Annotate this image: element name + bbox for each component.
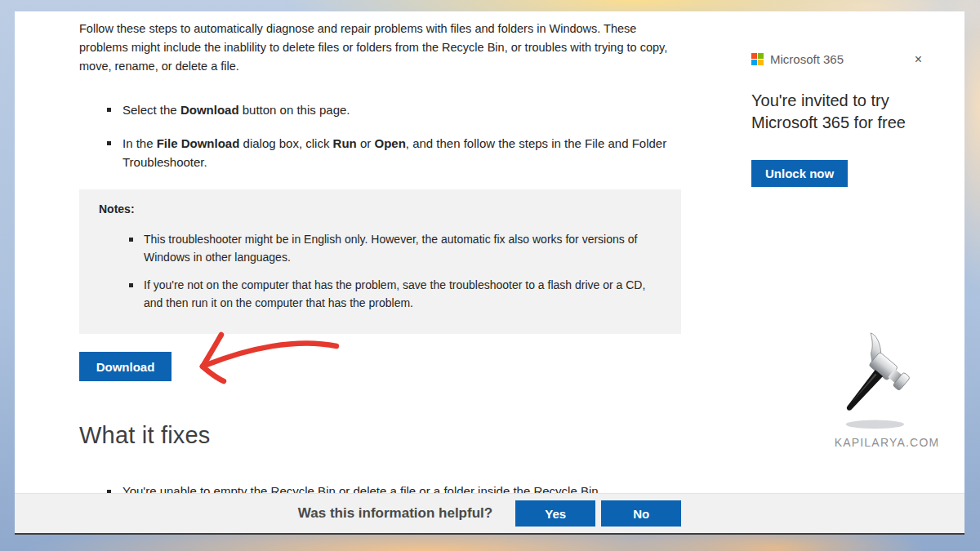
note-item: If you're not on the computer that has t… <box>129 277 662 312</box>
intro-paragraph: Follow these steps to automatically diag… <box>79 18 685 76</box>
download-row: Download <box>79 352 685 381</box>
bullet-icon <box>129 283 133 287</box>
step-item-text: In the File Download dialog box, click R… <box>122 134 685 171</box>
note-item: This troubleshooter might be in English … <box>129 231 662 266</box>
hammer-icon <box>839 331 935 431</box>
microsoft-365-ad: Microsoft 365 × You're invited to try Mi… <box>751 52 924 187</box>
bullet-icon <box>129 238 133 242</box>
steps-list: Select the Download button on this page.… <box>79 100 685 171</box>
bullet-icon <box>107 108 111 112</box>
what-it-fixes-heading: What it fixes <box>79 422 685 449</box>
article-body: Follow these steps to automatically diag… <box>79 18 685 500</box>
step-item-text: Select the Download button on this page. <box>122 100 350 119</box>
step-item: Select the Download button on this page. <box>107 100 685 119</box>
bullet-icon <box>107 141 111 145</box>
close-icon[interactable]: × <box>915 53 922 66</box>
microsoft-logo-icon <box>751 53 764 65</box>
feedback-question: Was this information helpful? <box>298 505 492 522</box>
watermark-block: KAPILARYA.COM <box>819 331 955 449</box>
notes-list: This troubleshooter might be in English … <box>99 231 662 312</box>
unlock-now-button[interactable]: Unlock now <box>751 160 848 187</box>
notes-label: Notes: <box>99 202 662 216</box>
ad-header: Microsoft 365 × <box>751 52 924 66</box>
watermark-site-label: KAPILARYA.COM <box>819 436 955 449</box>
feedback-no-button[interactable]: No <box>601 500 681 527</box>
note-item-text: This troubleshooter might be in English … <box>144 231 662 266</box>
step-item: In the File Download dialog box, click R… <box>107 134 685 171</box>
feedback-bar: Was this information helpful? Yes No <box>15 493 964 533</box>
ad-headline: You're invited to try Microsoft 365 for … <box>751 90 924 133</box>
feedback-yes-button[interactable]: Yes <box>515 500 595 527</box>
notes-box: Notes: This troubleshooter might be in E… <box>79 189 681 334</box>
download-button[interactable]: Download <box>79 352 172 381</box>
ad-brand-label: Microsoft 365 <box>770 52 844 66</box>
note-item-text: If you're not on the computer that has t… <box>144 277 662 312</box>
support-article-card: Follow these steps to automatically diag… <box>15 11 964 535</box>
